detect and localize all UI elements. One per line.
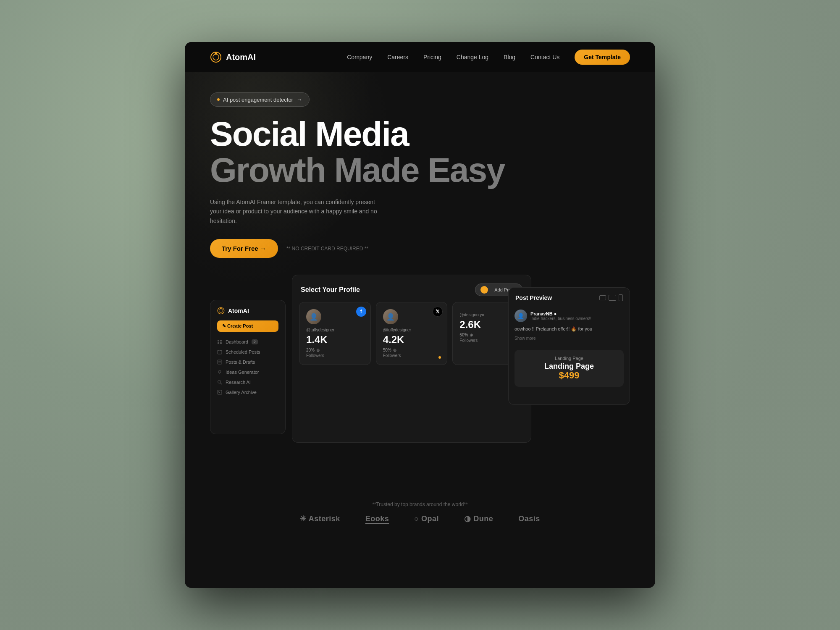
dashboard-preview: AtomAI ✎ Create Post Dashboard 2 Schedul…: [210, 275, 630, 493]
nav-company[interactable]: Company: [347, 54, 372, 60]
trusted-text: **Trusted by top brands around the world…: [210, 501, 630, 507]
sidebar-item-scheduled[interactable]: Scheduled Posts: [217, 347, 278, 357]
profile-growth-0: 20% ⊕: [306, 348, 320, 352]
profile-tile-1[interactable]: 𝕏 👤 @tuffydesigner 4.2K 50% ⊕ Followers: [376, 302, 448, 365]
profile-handle-0: @tuffydesigner: [306, 328, 364, 332]
brands-row: Asterisk Eooks Opal Dune Oasis: [210, 514, 630, 523]
sidebar-item-research[interactable]: Research AI: [217, 377, 278, 387]
profile-card-header: Select Your Profile + Add Profile: [292, 275, 531, 302]
sidebar-logo: AtomAI: [217, 307, 278, 315]
nav-careers[interactable]: Careers: [387, 54, 408, 60]
svg-rect-10: [218, 350, 222, 354]
sidebar-dashboard-badge: 2: [252, 339, 258, 344]
nav-links: Company Careers Pricing Change Log Blog …: [347, 50, 630, 65]
sidebar-item-dashboard[interactable]: Dashboard 2: [217, 337, 278, 347]
svg-point-16: [218, 370, 221, 373]
post-username: PranavNB ●: [530, 311, 591, 316]
sidebar-posts-label: Posts & Drafts: [226, 360, 255, 365]
profile-followers-0: 1.4K: [306, 335, 364, 345]
sidebar-research-label: Research AI: [226, 380, 251, 385]
profile-avatar-1: 👤: [383, 309, 398, 324]
nav-blog[interactable]: Blog: [504, 54, 515, 60]
get-template-button[interactable]: Get Template: [575, 50, 630, 65]
svg-point-2: [215, 52, 217, 55]
profile-followers-label-0: Followers: [306, 353, 364, 358]
post-user-info: PranavNB ● Indie hackers, business owner…: [530, 311, 591, 321]
sidebar-item-posts[interactable]: Posts & Drafts: [217, 357, 278, 367]
gallery-icon: [217, 390, 222, 395]
post-preview-header: Post Preview: [509, 288, 630, 305]
profile-select-title: Select Your Profile: [301, 286, 360, 294]
svg-point-5: [220, 308, 221, 309]
hero-title-line2: Growth Made Easy: [210, 153, 630, 187]
svg-point-4: [219, 309, 223, 313]
sidebar-ideas-label: Ideas Generator: [226, 370, 259, 375]
pill-text: AI post engagement detector: [223, 97, 293, 103]
svg-point-1: [213, 54, 219, 60]
brands-bar: **Trusted by top brands around the world…: [185, 493, 655, 532]
sidebar-card: AtomAI ✎ Create Post Dashboard 2 Schedul…: [210, 300, 286, 434]
profile-tile-0[interactable]: f 👤 @tuffydesigner 1.4K 20% ⊕ Followers: [299, 302, 371, 365]
posts-icon: [217, 360, 222, 365]
sidebar-logo-text: AtomAI: [228, 307, 249, 314]
profile-avatar-0: 👤: [306, 309, 321, 324]
brand-opal: Opal: [414, 514, 439, 523]
hero-section: AI post engagement detector → Social Med…: [185, 72, 655, 493]
nav-contact[interactable]: Contact Us: [530, 54, 559, 60]
sidebar-gallery-label: Gallery Archive: [226, 390, 257, 395]
research-icon: [217, 380, 222, 385]
landing-title-text: Landing Page: [521, 362, 617, 370]
brand-oasis: Oasis: [518, 514, 540, 523]
profile-growth-2: 50% ⊕: [459, 333, 473, 337]
landing-price: $499: [521, 370, 617, 381]
post-preview-card: Post Preview 👤 PranavNB ● Indie hackers,…: [508, 287, 630, 405]
sidebar-item-gallery[interactable]: Gallery Archive: [217, 387, 278, 397]
landing-label: Landing Page: [521, 356, 617, 361]
post-text: oowhoo !! Prelaunch offer!! 🔥 for you: [514, 326, 624, 333]
profile-handle-1: @tuffydesigner: [383, 328, 441, 332]
nav-changelog[interactable]: Change Log: [457, 54, 488, 60]
show-more[interactable]: Show more: [514, 336, 624, 341]
sidebar-logo-icon: [217, 307, 225, 315]
scheduled-icon: [217, 349, 222, 354]
tablet-icon: [599, 295, 606, 300]
hero-title-line1: Social Media: [210, 117, 630, 151]
active-dot-1: [438, 356, 441, 359]
device-icons: [599, 294, 623, 301]
post-user-handle: Indie hackers, business owners!!: [530, 316, 591, 321]
sidebar-item-ideas[interactable]: Ideas Generator: [217, 367, 278, 377]
x-icon: 𝕏: [433, 307, 443, 317]
post-preview-title: Post Preview: [515, 294, 552, 301]
svg-rect-6: [218, 340, 219, 341]
svg-point-18: [218, 381, 221, 383]
post-avatar: 👤: [514, 310, 527, 322]
try-for-free-button[interactable]: Try For Free →: [210, 239, 278, 258]
nav-pricing[interactable]: Pricing: [423, 54, 441, 60]
profile-followers-label-1: Followers: [383, 353, 441, 358]
logo-text: AtomAI: [226, 52, 256, 62]
dashboard-icon: [217, 339, 222, 344]
profile-select-card: Select Your Profile + Add Profile f 👤 @t…: [292, 275, 531, 443]
post-preview-content: 👤 PranavNB ● Indie hackers, business own…: [509, 305, 630, 345]
pill-arrow: →: [297, 96, 302, 103]
svg-line-19: [220, 383, 222, 384]
sidebar-dashboard-label: Dashboard: [226, 339, 248, 344]
create-post-button[interactable]: ✎ Create Post: [217, 320, 278, 332]
svg-rect-9: [220, 342, 222, 344]
svg-rect-7: [220, 340, 222, 341]
logo[interactable]: AtomAI: [210, 51, 256, 63]
hero-description: Using the AtomAI Framer template, you ca…: [210, 197, 386, 226]
monitor-icon: [609, 295, 616, 301]
profile-followers-1: 4.2K: [383, 335, 441, 345]
profile-growth-1: 50% ⊕: [383, 348, 396, 352]
pill-dot: [217, 98, 220, 101]
post-user-row: 👤 PranavNB ● Indie hackers, business own…: [514, 310, 624, 322]
brand-dune: Dune: [464, 514, 493, 523]
navbar: AtomAI Company Careers Pricing Change Lo…: [185, 42, 655, 72]
pill-badge[interactable]: AI post engagement detector →: [210, 92, 310, 107]
browser-window: AtomAI Company Careers Pricing Change Lo…: [185, 42, 655, 588]
no-credit-card-text: ** NO CREDIT CARD REQUIRED **: [286, 246, 368, 252]
cta-row: Try For Free → ** NO CREDIT CARD REQUIRE…: [210, 239, 630, 258]
small-avatar: [480, 286, 488, 294]
facebook-icon: f: [356, 307, 366, 317]
